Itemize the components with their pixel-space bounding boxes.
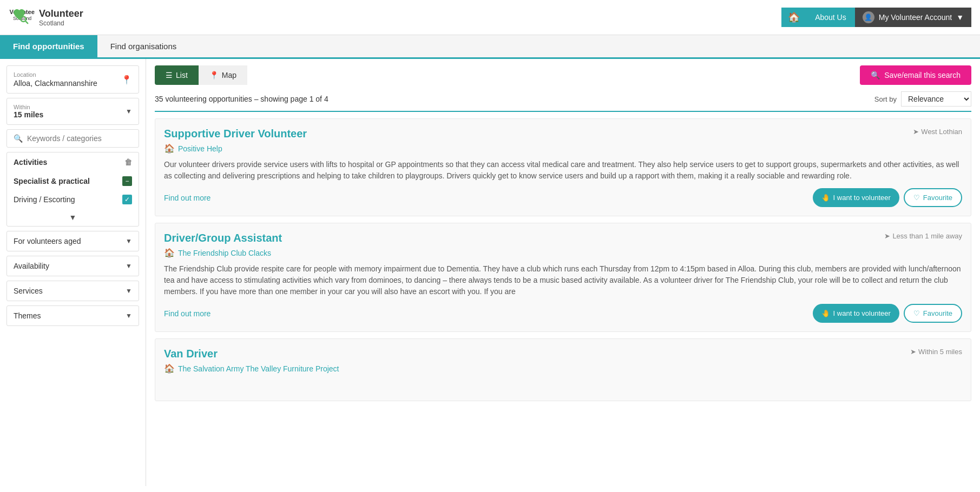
list-view-tab[interactable]: ☰ List [155, 65, 199, 85]
availability-label: Availability [14, 262, 49, 270]
card-1-actions: 🤚 I want to volunteer ♡ Favourite [813, 188, 962, 207]
save-search-button[interactable]: 🔍 Save/email this search [860, 65, 971, 85]
location-label: Location [14, 71, 132, 78]
my-account-button[interactable]: 👤 My Volunteer Account ▼ [855, 8, 971, 27]
org-icon-1: 🏠 [164, 143, 175, 154]
account-label: My Volunteer Account [879, 13, 952, 22]
location-input[interactable] [14, 79, 132, 88]
card-1-find-out-more[interactable]: Find out more [164, 194, 211, 202]
services-header[interactable]: Services ▼ [7, 281, 139, 301]
within-chevron-icon: ▼ [126, 108, 132, 115]
card-2-location: ➤ Less than 1 mile away [884, 232, 962, 240]
card-1-title[interactable]: Supportive Driver Volunteer [164, 128, 307, 140]
activity-item-specialist[interactable]: Specialist & practical − [7, 172, 139, 190]
location-arrow-icon-2: ➤ [884, 232, 890, 240]
tab-find-organisations-label: Find organisations [110, 42, 177, 51]
location-section: Location 📍 [6, 65, 139, 94]
org-icon-2: 🏠 [164, 248, 175, 258]
card-1-favourite-button[interactable]: ♡ Favourite [904, 188, 962, 207]
opportunity-card-1: Supportive Driver Volunteer ➤ West Lothi… [155, 118, 971, 216]
card-1-org-name: Positive Help [178, 144, 222, 153]
card-1-org[interactable]: 🏠 Positive Help [164, 143, 962, 154]
account-chevron-icon: ▼ [956, 13, 964, 22]
services-section[interactable]: Services ▼ [6, 281, 139, 301]
services-chevron-icon: ▼ [126, 287, 132, 295]
location-arrow-icon-3: ➤ [910, 348, 916, 356]
logo-line2: Scotland [39, 19, 83, 27]
content-area: ☰ List 📍 Map 🔍 Save/email this search 35… [146, 59, 980, 486]
home-button[interactable]: 🏠 [781, 8, 806, 27]
card-1-footer: Find out more 🤚 I want to volunteer ♡ Fa… [164, 188, 962, 207]
svg-line-3 [25, 21, 28, 23]
card-2-org[interactable]: 🏠 The Friendship Club Clacks [164, 248, 962, 258]
within-label: Within [14, 104, 43, 110]
volunteer-hand-icon: 🤚 [821, 194, 830, 202]
logo-text-group: Volunteer Scotland [39, 8, 83, 27]
availability-section[interactable]: Availability ▼ [6, 256, 139, 276]
card-2-favourite-button[interactable]: ♡ Favourite [904, 304, 962, 323]
card-1-description: Our volunteer drivers provide service us… [164, 159, 962, 182]
card-3-location: ➤ Within 5 miles [910, 348, 962, 356]
activities-expand-button[interactable]: ▼ [7, 209, 139, 226]
keywords-input[interactable] [27, 134, 132, 143]
card-3-location-text: Within 5 miles [918, 348, 962, 356]
card-1-header: Supportive Driver Volunteer ➤ West Lothi… [164, 128, 962, 140]
location-pin-icon: 📍 [121, 75, 132, 85]
card-3-title[interactable]: Van Driver [164, 348, 218, 360]
card-1-location-text: West Lothian [921, 128, 962, 136]
checkbox-dash-icon: − [125, 177, 129, 185]
card-2-find-out-more[interactable]: Find out more [164, 309, 211, 318]
card-2-title[interactable]: Driver/Group Assistant [164, 232, 282, 244]
map-view-tab[interactable]: 📍 Map [199, 65, 247, 85]
availability-chevron-icon: ▼ [126, 262, 132, 270]
trash-icon[interactable]: 🗑 [124, 158, 132, 167]
keywords-box[interactable]: 🔍 [6, 129, 139, 148]
results-count: 35 volunteering opportunities – showing … [155, 95, 328, 103]
themes-section[interactable]: Themes ▼ [6, 305, 139, 326]
card-2-org-name: The Friendship Club Clacks [178, 249, 271, 257]
card-2-favourite-label: Favourite [923, 309, 952, 317]
header: Volunteer Scotland Volunteer Scotland 🏠 … [0, 0, 980, 35]
themes-label: Themes [14, 311, 41, 320]
card-1-volunteer-button[interactable]: 🤚 I want to volunteer [813, 188, 899, 207]
content-topbar: ☰ List 📍 Map 🔍 Save/email this search [155, 65, 971, 85]
card-2-volunteer-label: I want to volunteer [833, 309, 891, 317]
list-view-icon: ☰ [166, 71, 173, 79]
volunteers-aged-header[interactable]: For volunteers aged ▼ [7, 231, 139, 251]
sidebar: Location 📍 Within 15 miles ▼ 🔍 Activitie… [0, 59, 146, 486]
card-2-actions: 🤚 I want to volunteer ♡ Favourite [813, 304, 962, 323]
services-label: Services [14, 287, 43, 295]
location-field[interactable]: Location 📍 [7, 66, 139, 93]
logo-icon: Volunteer Scotland [9, 4, 35, 30]
logo-line1: Volunteer [39, 8, 83, 19]
activity-item-driving[interactable]: Driving / Escorting ✓ [7, 190, 139, 209]
main-layout: Location 📍 Within 15 miles ▼ 🔍 Activitie… [0, 59, 980, 486]
card-2-description: The Friendship Club provide respite care… [164, 263, 962, 297]
volunteers-aged-label: For volunteers aged [14, 237, 81, 245]
sort-label: Sort by [874, 95, 897, 103]
opportunity-card-3: Van Driver ➤ Within 5 miles 🏠 The Salvat… [155, 338, 971, 401]
activities-title: Activities [14, 158, 47, 167]
card-3-org[interactable]: 🏠 The Salvation Army The Valley Furnitur… [164, 363, 962, 374]
themes-chevron-icon: ▼ [126, 312, 132, 320]
card-3-org-name: The Salvation Army The Valley Furniture … [178, 364, 339, 373]
opportunity-card-2: Driver/Group Assistant ➤ Less than 1 mil… [155, 223, 971, 332]
header-right: 🏠 About Us 👤 My Volunteer Account ▼ [781, 8, 971, 27]
themes-header[interactable]: Themes ▼ [7, 306, 139, 325]
tab-find-opportunities-label: Find opportunities [13, 42, 84, 51]
save-search-icon: 🔍 [871, 71, 880, 79]
tab-find-organisations[interactable]: Find organisations [97, 35, 190, 57]
tab-find-opportunities[interactable]: Find opportunities [0, 35, 97, 57]
sort-select[interactable]: Relevance Distance Date Added [901, 91, 971, 107]
activity-specialist-label: Specialist & practical [14, 177, 90, 185]
availability-header[interactable]: Availability ▼ [7, 256, 139, 276]
card-2-volunteer-button[interactable]: 🤚 I want to volunteer [813, 304, 899, 323]
volunteers-aged-chevron-icon: ▼ [126, 237, 132, 245]
activity-driving-checkbox[interactable]: ✓ [122, 195, 132, 204]
activity-specialist-checkbox[interactable]: − [122, 176, 132, 186]
within-miles-selector[interactable]: Within 15 miles ▼ [6, 98, 139, 125]
activities-section: Activities 🗑 Specialist & practical − Dr… [6, 152, 139, 227]
volunteers-aged-section[interactable]: For volunteers aged ▼ [6, 231, 139, 251]
about-us-button[interactable]: About Us [806, 8, 855, 27]
card-3-header: Van Driver ➤ Within 5 miles [164, 348, 962, 360]
